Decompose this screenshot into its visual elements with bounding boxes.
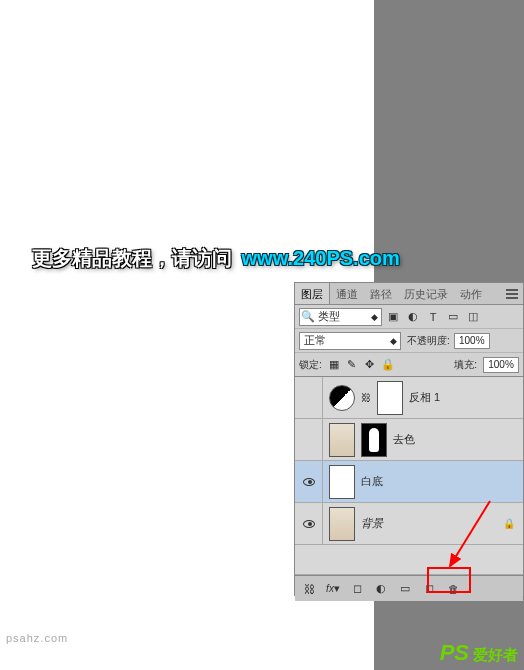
filter-type-select[interactable]: 🔍 类型 ◆ <box>299 308 382 326</box>
lock-transparent-icon[interactable]: ▦ <box>326 357 342 373</box>
search-icon: 🔍 <box>300 310 316 323</box>
blend-mode-select[interactable]: 正常 ◆ <box>299 332 401 350</box>
opacity-label: 不透明度: <box>407 334 450 348</box>
blend-row: 正常 ◆ 不透明度: 100% <box>295 329 523 353</box>
panel-footer: ⛓ fx▾ ◻ ◐ ▭ ◻ 🗑 <box>295 575 523 601</box>
layer-empty-area <box>295 545 523 575</box>
layer-invert[interactable]: ⛓ 反相 1 <box>295 377 523 419</box>
layer-name: 白底 <box>361 474 383 489</box>
lock-icon: 🔒 <box>503 518 515 529</box>
panel-tabs: 图层 通道 路径 历史记录 动作 <box>295 283 523 305</box>
fill-label: 填充: <box>454 358 477 372</box>
add-mask-icon[interactable]: ◻ <box>347 580 367 598</box>
visibility-toggle[interactable] <box>295 419 323 460</box>
watermark-ps: PS <box>440 640 469 666</box>
layer-thumb <box>329 465 355 499</box>
eye-icon <box>303 520 315 528</box>
visibility-toggle[interactable] <box>295 503 323 544</box>
lock-row: 锁定: ▦ ✎ ✥ 🔒 填充: 100% <box>295 353 523 377</box>
panel-menu-icon[interactable] <box>501 283 523 304</box>
tab-layers[interactable]: 图层 <box>295 283 330 304</box>
filter-type-t-icon[interactable]: T <box>424 308 442 326</box>
mask-thumb <box>377 381 403 415</box>
layer-thumb <box>329 507 355 541</box>
opacity-value[interactable]: 100% <box>454 333 490 349</box>
layer-list: ⛓ 反相 1 去色 白底 背景 🔒 <box>295 377 523 545</box>
fx-icon[interactable]: fx▾ <box>323 580 343 598</box>
mask-thumb <box>361 423 387 457</box>
visibility-toggle[interactable] <box>295 377 323 418</box>
adjustment-thumb <box>329 385 355 411</box>
tab-actions[interactable]: 动作 <box>454 283 488 304</box>
visibility-toggle[interactable] <box>295 461 323 502</box>
layers-panel: 图层 通道 路径 历史记录 动作 🔍 类型 ◆ ▣ ◐ T ▭ ◫ 正常 ◆ 不… <box>294 282 524 596</box>
chevron-down-icon: ◆ <box>386 336 400 346</box>
chevron-down-icon: ◆ <box>367 312 381 322</box>
watermark-cn: 爱好者 <box>473 646 518 665</box>
layer-desaturate[interactable]: 去色 <box>295 419 523 461</box>
lock-icons: ▦ ✎ ✥ 🔒 <box>326 357 396 373</box>
new-adjustment-icon[interactable]: ◐ <box>371 580 391 598</box>
watermark-logo: PS 爱好者 <box>440 640 518 666</box>
layer-name: 反相 1 <box>409 390 440 405</box>
filter-pixel-icon[interactable]: ▣ <box>384 308 402 326</box>
filter-row: 🔍 类型 ◆ ▣ ◐ T ▭ ◫ <box>295 305 523 329</box>
link-icon: ⛓ <box>361 392 371 403</box>
link-layers-icon[interactable]: ⛓ <box>299 580 319 598</box>
promo-text-1: 更多精品教程，请访问 <box>32 247 232 269</box>
tab-paths[interactable]: 路径 <box>364 283 398 304</box>
lock-position-icon[interactable]: ✥ <box>362 357 378 373</box>
filter-adjustment-icon[interactable]: ◐ <box>404 308 422 326</box>
promo-text-2: www.240PS.com <box>242 247 400 269</box>
lock-label: 锁定: <box>299 358 322 372</box>
layer-background[interactable]: 背景 🔒 <box>295 503 523 545</box>
tab-history[interactable]: 历史记录 <box>398 283 454 304</box>
lock-all-icon[interactable]: 🔒 <box>380 357 396 373</box>
filter-smart-icon[interactable]: ◫ <box>464 308 482 326</box>
layer-name: 去色 <box>393 432 415 447</box>
callout-highlight <box>427 567 471 593</box>
fill-value[interactable]: 100% <box>483 357 519 373</box>
filter-shape-icon[interactable]: ▭ <box>444 308 462 326</box>
layer-thumb <box>329 423 355 457</box>
layer-white-bg[interactable]: 白底 <box>295 461 523 503</box>
layer-name: 背景 <box>361 516 383 531</box>
blend-mode-label: 正常 <box>300 333 386 348</box>
watermark-url: psahz.com <box>6 632 68 644</box>
eye-icon <box>303 478 315 486</box>
tab-channels[interactable]: 通道 <box>330 283 364 304</box>
filter-type-label: 类型 <box>316 309 367 324</box>
lock-pixels-icon[interactable]: ✎ <box>344 357 360 373</box>
new-group-icon[interactable]: ▭ <box>395 580 415 598</box>
promo-text: 更多精品教程，请访问 www.240PS.com <box>32 245 400 272</box>
